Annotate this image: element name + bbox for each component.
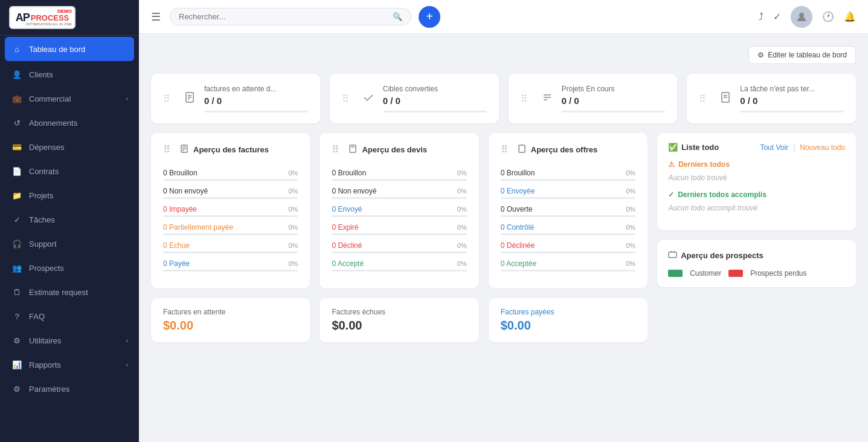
stat-label-factures: factures en attente d... — [204, 85, 308, 93]
check-icon[interactable]: ✓ — [773, 11, 781, 22]
drag-handle-card-devis[interactable]: ⠿ — [332, 144, 339, 155]
search-bar[interactable]: 🔍 — [170, 8, 411, 25]
overview-item-pct: 0% — [288, 169, 298, 177]
drag-handle-tache[interactable]: ⠿ — [699, 93, 706, 105]
edit-dashboard-button[interactable]: ⚙ Editer le tableau de bord — [748, 46, 856, 64]
overview-bar — [332, 252, 466, 253]
stat-card-cibles: ⠿ Cibles converties 0 / 0 — [330, 74, 499, 123]
customer-legend-label: Customer — [690, 269, 721, 278]
list-item: 0 Accepté 0% — [332, 259, 466, 271]
todo-done-empty: Aucun todo accompli trouvé — [668, 204, 845, 212]
overview-item-pct: 0% — [626, 206, 635, 213]
sidebar-item-abonnements[interactable]: ↺ Abonnements — [0, 111, 139, 135]
overview-item-pct: 0% — [626, 242, 635, 249]
sidebar-item-parametres[interactable]: ⚙ Paramètres — [0, 377, 139, 401]
sidebar-item-contrats[interactable]: 📄 Contrats — [0, 159, 139, 183]
share-icon[interactable]: ⤴ — [759, 11, 764, 22]
overview-item-pct: 0% — [457, 242, 467, 249]
sidebar-item-commercial[interactable]: 💼 Commercial ‹ — [0, 86, 139, 111]
bottom-cards: Factures en attente $0.00 Factures échue… — [151, 298, 648, 342]
todo-pending-title: ⚠ Derniers todos — [668, 160, 845, 169]
overview-item-pct: 0% — [626, 260, 635, 267]
nouveau-todo-link[interactable]: Nouveau todo — [800, 143, 845, 152]
stat-info-cibles: Cibles converties 0 / 0 — [383, 85, 487, 112]
overview-item-label: 0 Brouillon — [501, 169, 535, 177]
sidebar-label-rapports: Rapports — [29, 360, 61, 369]
sidebar-item-estimate-request[interactable]: 🗒 Estimate request — [0, 280, 139, 304]
overview-bar — [163, 233, 298, 235]
settings-icon: ⚙ — [757, 51, 764, 59]
dashboard-right: ✅ Liste todo Tout Voir | Nouveau todo ⚠ … — [657, 133, 856, 342]
overview-item-label: 0 Expiré — [332, 223, 358, 232]
overview-item-label: 0 Acceptée — [501, 259, 536, 268]
overview-item-pct: 0% — [626, 187, 635, 195]
card-factures: ⠿ Aperçu des factures 0 Brouillon 0% 0 N… — [151, 133, 310, 288]
sidebar-item-clients[interactable]: 👤 Clients — [0, 62, 139, 86]
tout-voir-link[interactable]: Tout Voir — [760, 143, 788, 152]
drag-handle-cibles[interactable]: ⠿ — [342, 93, 349, 105]
bottom-card-payees: Factures payées $0.00 — [489, 298, 648, 342]
sidebar-item-support[interactable]: 🎧 Support — [0, 232, 139, 256]
header: ☰ 🔍 + ⤴ ✓ 🕐 🔔 — [139, 0, 868, 34]
card-prospects-header: Aperçu des prospects — [668, 250, 845, 261]
overview-bar — [501, 252, 635, 253]
invoice-icon — [184, 91, 196, 106]
sidebar-item-projets[interactable]: 📁 Projets — [0, 183, 139, 207]
sidebar-item-rapports[interactable]: 📊 Rapports ‹ — [0, 353, 139, 377]
user-plus-icon: 👥 — [11, 262, 23, 274]
list-item: 0 Ouverte 0% — [501, 205, 635, 217]
prospects-title-label: Aperçu des prospects — [681, 251, 764, 260]
search-icon[interactable]: 🔍 — [393, 12, 402, 21]
warning-icon: ⚠ — [668, 160, 675, 169]
stat-info-projets: Projets En cours 0 / 0 — [562, 85, 666, 112]
drag-handle-card-offres[interactable]: ⠿ — [501, 144, 508, 155]
card-factures-title: Aperçu des factures — [193, 145, 269, 154]
overview-item-label: 0 Brouillon — [163, 169, 198, 177]
checkmark-icon: ✓ — [668, 190, 674, 199]
devis-items: 0 Brouillon 0% 0 Non envoyé 0% 0 Envoyé … — [332, 169, 466, 271]
sidebar-item-depenses[interactable]: 💳 Dépenses — [0, 135, 139, 159]
list-item: 0 Impayée 0% — [163, 205, 298, 217]
drag-handle-card-factures[interactable]: ⠿ — [163, 144, 170, 155]
search-input[interactable] — [179, 12, 388, 21]
overview-bar — [501, 233, 635, 235]
sidebar-item-faq[interactable]: ? FAQ — [0, 304, 139, 328]
sidebar-item-prospects[interactable]: 👥 Prospects — [0, 256, 139, 280]
target-icon — [362, 91, 375, 106]
overview-bar — [501, 215, 635, 217]
overview-bar — [163, 252, 298, 253]
overview-item-label: 0 Non envoyé — [332, 187, 376, 195]
card-offres-title: Aperçu des offres — [531, 145, 598, 154]
card-todo: ✅ Liste todo Tout Voir | Nouveau todo ⚠ … — [657, 133, 856, 230]
logo: AP PROCESS DEMO OPTIMISATION ALL IN ONE — [9, 6, 76, 29]
stat-bar-projets — [562, 111, 666, 112]
overview-item-pct: 0% — [457, 206, 467, 213]
drag-handle-projets[interactable]: ⠿ — [521, 93, 528, 105]
hamburger-button[interactable]: ☰ — [151, 10, 161, 24]
overview-bar — [332, 215, 466, 217]
bell-icon[interactable]: 🔔 — [844, 11, 856, 22]
logo-demo: DEMO — [57, 8, 72, 14]
drag-handle-factures[interactable]: ⠿ — [163, 93, 170, 105]
sidebar-item-taches[interactable]: ✓ Tâches — [0, 207, 139, 232]
overview-bar — [332, 233, 466, 235]
clock-icon[interactable]: 🕐 — [822, 11, 834, 22]
card-offres: ⠿ Aperçu des offres 0 Brouillon 0% 0 Env… — [489, 133, 648, 288]
overview-item-pct: 0% — [288, 242, 298, 249]
sidebar-item-utilitaires[interactable]: ⚙ Utilitaires ‹ — [0, 328, 139, 353]
list-item: 0 Décliné 0% — [332, 241, 466, 253]
stat-label-tache: La tâche n'est pas ter... — [740, 85, 844, 93]
sidebar-item-tableau-de-bord[interactable]: ⌂ Tableau de bord — [5, 37, 134, 61]
prospects-perdus-legend-dot — [728, 270, 743, 277]
list-item: 0 Expiré 0% — [332, 223, 466, 235]
avatar[interactable] — [791, 6, 812, 28]
prospects-title: Aperçu des prospects — [668, 250, 764, 261]
stat-label-cibles: Cibles converties — [383, 85, 487, 93]
sidebar-label-depenses: Dépenses — [29, 143, 65, 152]
list-item: 0 Acceptée 0% — [501, 259, 635, 271]
add-button[interactable]: + — [419, 6, 440, 28]
overview-item-pct: 0% — [288, 187, 298, 195]
list-item: 0 Envoyé 0% — [332, 205, 466, 217]
overview-item-label: 0 Partiellement payée — [163, 223, 233, 232]
sidebar-label-tableau-de-bord: Tableau de bord — [29, 45, 85, 54]
